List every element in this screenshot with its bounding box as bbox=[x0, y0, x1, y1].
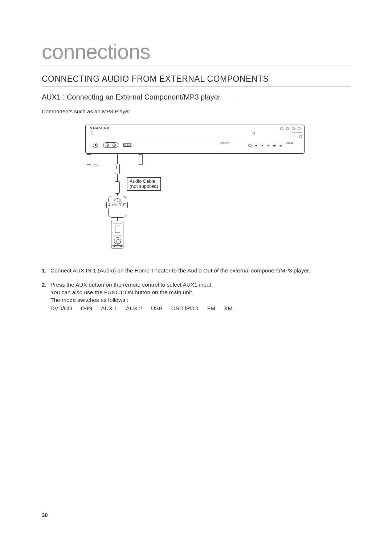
step-1: 1. Connect AUX IN 1 (Audio) on the Home … bbox=[42, 267, 350, 275]
home-theater-front: SAMSUNG DISC CHANGE FUNCTION ⏮ ■ ⏯ ⏭ bbox=[85, 125, 305, 154]
step-number: 2. bbox=[42, 281, 48, 312]
plug-icon bbox=[115, 164, 120, 174]
front-jacks-icon bbox=[93, 142, 131, 148]
text-line: The mode switches as follows : bbox=[50, 296, 234, 304]
intro-text: Components such as an MP3 Player bbox=[42, 108, 350, 114]
play-pause-icon: ⏯ bbox=[267, 144, 270, 147]
slot-icon bbox=[123, 143, 131, 147]
function-button-icon bbox=[248, 144, 252, 147]
disc-change-icon bbox=[299, 135, 302, 138]
step-number: 1. bbox=[42, 267, 48, 275]
label-text: (not supplied) bbox=[130, 183, 158, 189]
label-text: Audio Cable bbox=[130, 178, 155, 184]
mode-item: XM. bbox=[224, 305, 234, 312]
page-number: 30 bbox=[42, 512, 48, 518]
headphone-jack-icon bbox=[93, 143, 98, 148]
chapter-title: connections bbox=[42, 39, 350, 65]
foot-icon bbox=[87, 154, 91, 165]
brand-label: SAMSUNG bbox=[90, 126, 110, 130]
foot-icon bbox=[139, 154, 143, 165]
aux-in-icon bbox=[103, 142, 118, 148]
modes-row: DVD/CD D-IN AUX 1 AUX 2 USB OSD iPOD FM … bbox=[50, 305, 234, 312]
audio-out-label: Audio OUT bbox=[106, 202, 128, 208]
disc-change-label: DISC CHANGE bbox=[292, 132, 302, 134]
mode-item: OSD iPOD bbox=[171, 305, 199, 312]
mode-item: AUX 1 bbox=[101, 305, 117, 312]
text-line: You can also use the FUNCTION button on … bbox=[50, 289, 234, 296]
disc-slot-icon bbox=[91, 131, 255, 135]
section-title: CONNECTING AUDIO FROM EXTERNAL COMPONENT… bbox=[42, 74, 350, 86]
text-line: Press the AUX button on the remote contr… bbox=[50, 281, 234, 289]
function-label: FUNCTION bbox=[220, 142, 229, 144]
subsection-title: AUX1 : Connecting an External Component/… bbox=[42, 93, 234, 103]
stop-icon: ■ bbox=[261, 144, 264, 147]
next-icon: ⏭ bbox=[273, 144, 276, 147]
mode-item: DVD/CD bbox=[50, 305, 72, 312]
prev-icon: ⏮ bbox=[254, 144, 258, 147]
mode-item: FM bbox=[207, 305, 215, 312]
mode-item: USB bbox=[151, 305, 163, 312]
audio-cable-label: Audio Cable (not supplied) bbox=[127, 177, 161, 191]
panel-tab-icon bbox=[93, 165, 98, 166]
step-text: Press the AUX button on the remote contr… bbox=[50, 281, 234, 312]
mode-item: D-IN bbox=[81, 305, 92, 312]
step-text: Connect AUX IN 1 (Audio) on the Home The… bbox=[50, 267, 310, 275]
playback-controls-icon: ⏮ ■ ⏯ ⏭ ⏏ bbox=[248, 144, 282, 147]
instructions: 1. Connect AUX IN 1 (Audio) on the Home … bbox=[42, 267, 350, 312]
indicators-icon bbox=[280, 127, 301, 130]
connection-diagram: SAMSUNG DISC CHANGE FUNCTION ⏮ ■ ⏯ ⏭ bbox=[85, 125, 307, 259]
eject-icon: ⏏ bbox=[279, 144, 282, 147]
plug-icon bbox=[115, 181, 120, 194]
step-2: 2. Press the AUX button on the remote co… bbox=[42, 281, 350, 312]
mode-item: AUX 2 bbox=[126, 305, 142, 312]
volume-label: VOLUME bbox=[286, 142, 293, 144]
mp3-player-icon bbox=[111, 221, 123, 248]
